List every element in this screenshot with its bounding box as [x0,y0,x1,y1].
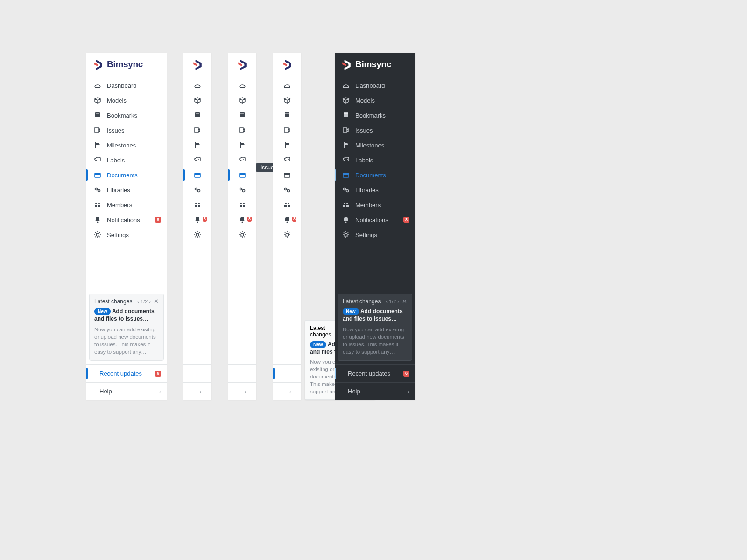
members-icon [283,201,291,209]
nav-documents[interactable] [183,168,211,182]
nav-settings[interactable] [228,227,256,242]
nav-labels[interactable] [228,153,256,168]
nav-members[interactable] [228,197,256,212]
nav-libraries[interactable]: Libraries [335,182,415,197]
nav-models[interactable]: Models [335,93,415,108]
nav-documents[interactable] [273,168,301,182]
footer-recent-updates[interactable] [228,364,256,382]
footer-help[interactable]: › [273,382,301,400]
nav-models[interactable] [273,93,301,108]
footer-help[interactable]: › [183,382,211,400]
notifications-icon [94,216,101,224]
nav-issues[interactable]: Issues [86,123,167,138]
nav-milestones[interactable] [183,138,211,153]
bookmarks-icon [94,112,101,119]
issues-icon [94,126,101,134]
nav-labels[interactable] [273,153,301,168]
nav-milestones[interactable]: Milestones [335,138,415,153]
notifications-badge: 8 [247,217,252,222]
documents-icon [239,171,246,179]
nav-milestones[interactable]: Milestones [86,138,167,153]
bookmarks-icon [239,112,246,119]
nav-bookmarks[interactable] [273,108,301,123]
nav-bookmarks[interactable]: Bookmarks [86,108,167,123]
pager-prev-icon[interactable]: ‹ [137,299,139,304]
notifications-badge: 8 [292,217,296,222]
nav-labels[interactable] [183,153,211,168]
nav-members[interactable] [273,197,301,212]
nav-labels[interactable]: Labels [86,153,167,168]
card-close-icon[interactable]: ✕ [154,298,159,305]
nav-libraries[interactable] [228,182,256,197]
card-pager[interactable]: ‹ 1/2 › [386,299,399,304]
nav-dashboard[interactable] [228,78,256,93]
nav-members[interactable]: Members [86,197,167,212]
nav-dashboard[interactable]: Dashboard [335,78,415,93]
bookmarks-icon [194,112,201,119]
card-close-icon[interactable]: ✕ [402,298,407,305]
nav-models[interactable] [228,93,256,108]
footer-help[interactable]: Help › [86,382,167,400]
logo-icon [341,59,352,70]
nav-documents[interactable]: Documents [86,168,167,182]
milestones-icon [94,141,101,149]
brand[interactable] [183,53,211,76]
nav-issues[interactable] [273,123,301,138]
pager-prev-icon[interactable]: ‹ [386,299,388,304]
documents-icon [342,171,350,179]
brand[interactable] [273,53,301,76]
nav-dashboard[interactable] [183,78,211,93]
models-icon [194,97,201,104]
nav-members[interactable] [183,197,211,212]
dashboard-icon [342,82,350,89]
nav-documents[interactable] [228,168,256,182]
nav-models[interactable]: Models [86,93,167,108]
footer-help[interactable]: Help › [335,382,415,400]
sidebar-dark-expanded: Bimsync Dashboard Models Bookmarks Issue… [335,53,415,400]
nav-settings[interactable]: Settings [86,227,167,242]
card-pager[interactable]: ‹ 1/2 › [137,299,151,304]
chevron-right-icon: › [245,389,247,394]
pager-next-icon[interactable]: › [149,299,151,304]
nav-notifications[interactable]: Notifications8 [86,212,167,227]
nav-libraries[interactable]: Libraries [86,182,167,197]
pager-next-icon[interactable]: › [397,299,399,304]
nav-bookmarks[interactable]: Bookmarks [335,108,415,123]
libraries-icon [239,186,246,194]
nav-labels[interactable]: Labels [335,153,415,168]
nav-documents[interactable]: Documents [335,168,415,182]
notifications-badge: 8 [155,217,161,223]
brand[interactable]: Bimsync [335,53,415,76]
nav-milestones[interactable] [228,138,256,153]
footer-recent-updates[interactable] [183,364,211,382]
nav-settings[interactable] [273,227,301,242]
nav-notifications[interactable]: 8 [183,212,211,227]
footer-recent-updates[interactable]: Recent updates 6 [335,364,415,382]
nav-settings[interactable]: Settings [335,227,415,242]
footer-recent-updates[interactable] [273,364,301,382]
nav-notifications[interactable]: 8 [273,212,301,227]
nav-issues[interactable]: Issues [335,123,415,138]
nav-milestones[interactable] [273,138,301,153]
nav-members[interactable]: Members [335,197,415,212]
nav-notifications[interactable]: 8 [228,212,256,227]
chevron-right-icon: › [200,389,202,394]
nav-dashboard[interactable] [273,78,301,93]
milestones-icon [283,141,291,149]
nav-issues[interactable] [183,123,211,138]
nav-issues[interactable] [228,123,256,138]
nav-libraries[interactable] [183,182,211,197]
brand[interactable]: Bimsync [86,53,167,76]
nav-libraries[interactable] [273,182,301,197]
brand[interactable] [228,53,256,76]
footer-recent-updates[interactable]: Recent updates 6 [86,364,167,382]
footer-help[interactable]: › [228,382,256,400]
notifications-icon [342,216,350,224]
nav-settings[interactable] [183,227,211,242]
nav-bookmarks[interactable] [183,108,211,123]
nav-bookmarks[interactable] [228,108,256,123]
sidebar-light-collapsed: 8 › [183,53,211,400]
nav-notifications[interactable]: Notifications8 [335,212,415,227]
nav-models[interactable] [183,93,211,108]
nav-dashboard[interactable]: Dashboard [86,78,167,93]
